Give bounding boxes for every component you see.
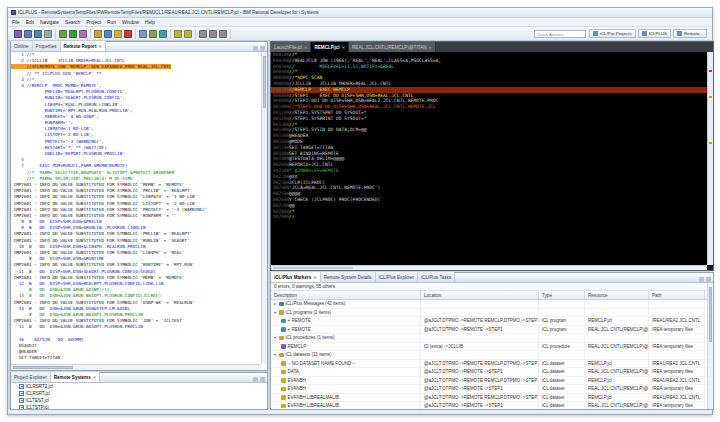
editor-tab-real-jcl-cntl-remclp-titan[interactable]: REAL.JCL.CNTL(REMCLP)@TITAN✕ bbox=[349, 42, 436, 52]
overview-ruler[interactable] bbox=[707, 52, 713, 265]
menu-file[interactable]: File bbox=[12, 20, 20, 25]
marker-row[interactable]: ▾iCL programs (2 items) bbox=[271, 309, 707, 318]
column-header-resource[interactable]: Resource bbox=[585, 291, 649, 299]
marker-description-text: iCL programs (2 items) bbox=[286, 310, 332, 315]
marker-resource: REMCLP.jcl bbox=[585, 317, 649, 325]
open-member-icon[interactable] bbox=[139, 30, 147, 38]
menu-edit[interactable]: Edit bbox=[26, 20, 34, 25]
marker-row[interactable]: EVANBH@aJCLT.DTPMO ->REMOTE REMCLP.DTPMO… bbox=[271, 377, 707, 386]
view-menu-icon[interactable] bbox=[706, 277, 711, 282]
marker-row[interactable]: ▾iCL procedures (1 items) bbox=[271, 334, 707, 343]
save-all-icon[interactable] bbox=[34, 30, 42, 38]
markers-tab-icl-plus-markers[interactable]: iCL/Plus Markers✕ bbox=[271, 272, 321, 282]
tree-item-iclrsrt-jcl[interactable]: ICLRSRT.jcl bbox=[11, 390, 267, 397]
back-icon[interactable] bbox=[174, 30, 182, 38]
close-icon[interactable]: ✕ bbox=[304, 45, 307, 50]
report-tab-outline[interactable]: Outline bbox=[11, 41, 33, 51]
editor-content[interactable]: 000100//*000200//REALJCL8 JOB (1966),'RE… bbox=[271, 52, 707, 265]
column-header-description[interactable]: Description bbox=[271, 291, 421, 299]
editor-hscrollbar[interactable] bbox=[271, 265, 707, 270]
prev-annotation-icon[interactable] bbox=[209, 30, 217, 38]
marker-location: @aJCLT.DTPMO ->REMOTE ->STEP1 bbox=[421, 326, 539, 334]
view-menu-icon[interactable] bbox=[699, 277, 704, 282]
overview-mark[interactable] bbox=[709, 96, 712, 98]
marker-row[interactable]: EVANBH@aJCLT.DTPMO ->REMOTE ->STEP1iCL d… bbox=[271, 385, 707, 394]
run-icon[interactable] bbox=[69, 30, 77, 38]
menu-project[interactable]: Project bbox=[86, 20, 101, 25]
marker-path: /REA temporary files bbox=[649, 402, 705, 409]
refresh-icon[interactable] bbox=[114, 30, 122, 38]
close-icon[interactable]: ✕ bbox=[429, 45, 432, 50]
menu-help[interactable]: Help bbox=[145, 20, 155, 25]
print-icon[interactable] bbox=[44, 30, 52, 38]
new-jcl-file-icon[interactable] bbox=[94, 30, 102, 38]
menu-window[interactable]: Window bbox=[122, 20, 139, 25]
remote-report-content[interactable]: 1 //* 2 //ICLLIB JCLLIB ORDER=REAL.JCL.C… bbox=[11, 52, 261, 364]
editor-tab-launchfile-jcl[interactable]: LaunchFile.jcl✕ bbox=[271, 42, 311, 52]
perspective-icon bbox=[677, 31, 682, 36]
view-menu-icon[interactable] bbox=[253, 377, 258, 382]
marker-row[interactable]: EVANBH.LIBREALMALIB@aJCLT.DTPMO ->REMOTE… bbox=[271, 402, 707, 409]
tree-item-icltstp-jcl[interactable]: ICLTSTP.jcl bbox=[11, 404, 267, 409]
tree-item-iclrsrt2-jcl[interactable]: ICLRSRT2.jcl bbox=[11, 383, 267, 390]
perspective-icl-pro-projects[interactable]: iCL/Pro Projects bbox=[589, 29, 636, 38]
marker-row[interactable]: ▾iCL datasets (31 items) bbox=[271, 351, 707, 360]
grp-icon bbox=[279, 336, 284, 341]
remote-report-hscrollbar[interactable] bbox=[11, 364, 261, 370]
perspective-iclplus[interactable]: ICLPLUS bbox=[638, 29, 671, 38]
editor-tab-remclp-jcl[interactable]: REMCLP.jcl✕ bbox=[311, 42, 349, 52]
quick-access-input[interactable]: Quick Access bbox=[534, 30, 586, 38]
marker-type: iCL dataset bbox=[539, 394, 585, 402]
remote-report-vscrollbar[interactable] bbox=[261, 52, 267, 364]
new-wizard-icon[interactable] bbox=[14, 30, 22, 38]
menu-navigate[interactable]: Navigate bbox=[40, 20, 59, 25]
explorer-tab-remote-systems[interactable]: Remote Systems✕ bbox=[51, 372, 100, 382]
report-tab-properties[interactable]: Properties bbox=[33, 41, 61, 51]
close-icon[interactable]: ✕ bbox=[98, 44, 101, 49]
column-header-path[interactable]: Path bbox=[649, 291, 705, 299]
marker-row[interactable]: ▸iCL/Plus Messages (42 items) bbox=[271, 300, 707, 309]
close-icon[interactable]: ✕ bbox=[313, 275, 316, 280]
next-annotation-icon[interactable] bbox=[199, 30, 207, 38]
forward-icon[interactable] bbox=[184, 30, 192, 38]
column-header-location[interactable]: Location bbox=[421, 291, 539, 299]
report-tab-remote-report[interactable]: Remote Report✕ bbox=[61, 41, 106, 51]
report-tab-label: Outline bbox=[14, 44, 29, 49]
overview-mark[interactable] bbox=[709, 70, 712, 72]
profile-icon[interactable] bbox=[79, 30, 87, 38]
view-menu-icon[interactable] bbox=[253, 46, 258, 51]
marker-location: @aJCLT.DTPMO ->REMOTE ->STEP1 bbox=[421, 385, 539, 393]
title-bar[interactable]: ICLPLUS - RemoteSystemsTempFiles/PWRemot… bbox=[8, 8, 712, 18]
overview-mark[interactable] bbox=[709, 142, 712, 144]
save-icon[interactable] bbox=[24, 30, 32, 38]
column-header-type[interactable]: Type bbox=[539, 291, 585, 299]
markers-tab-label: iCL/Plus Tasks bbox=[421, 275, 451, 280]
stop-icon[interactable] bbox=[124, 30, 132, 38]
markers-tab-remote-system-details[interactable]: Remote System Details bbox=[321, 272, 376, 282]
explorer-tab-project-explorer[interactable]: Project Explorer bbox=[11, 372, 51, 382]
perspective-remote[interactable]: Remote... bbox=[673, 29, 707, 38]
menu-run[interactable]: Run bbox=[107, 20, 116, 25]
tree-item-icltest-jcl[interactable]: ICLTEST.jcl bbox=[11, 397, 267, 404]
debug-icon[interactable] bbox=[59, 30, 67, 38]
compile-icon[interactable] bbox=[149, 30, 157, 38]
marker-row[interactable]: + REMOTE@aJCLT.DTPMO ->REMOTE ->STEP1iCL… bbox=[271, 326, 707, 335]
last-edit-location-icon[interactable] bbox=[219, 30, 227, 38]
syntax-check-icon[interactable] bbox=[104, 30, 112, 38]
marker-row[interactable]: REMCLPID (extra) ->JCLLIBiCL procedureRE… bbox=[271, 343, 707, 352]
marker-row[interactable]: + REMOTE@aJCLT.DTPMO ->REMOTE REMCLP.DTP… bbox=[271, 317, 707, 326]
marker-row[interactable]: -- NO DATASET NAME FOUND --@aJCLT.DTPMO … bbox=[271, 360, 707, 369]
report-line-text: IMP2601 - INFO DD VALUE SUBSTITUTED FOR … bbox=[11, 194, 197, 199]
marker-row[interactable]: EVANBH.LIBREALMALIB@aJCLT.DTPMO ->REMOTE… bbox=[271, 394, 707, 403]
menu-search[interactable]: Search bbox=[65, 20, 80, 25]
view-menu-icon[interactable] bbox=[260, 46, 265, 51]
markers-tab-icl-plus-tasks[interactable]: iCL/Plus Tasks bbox=[418, 272, 455, 282]
close-icon[interactable]: ✕ bbox=[342, 45, 345, 50]
markers-tab-icl-plus-explorer[interactable]: iCL/Plus Explorer bbox=[376, 272, 419, 282]
explorer-tab-label: Project Explorer bbox=[14, 375, 47, 380]
submit-job-icon[interactable] bbox=[159, 30, 167, 38]
markers-vscrollbar[interactable] bbox=[707, 283, 713, 409]
view-menu-icon[interactable] bbox=[260, 377, 265, 382]
close-icon[interactable]: ✕ bbox=[93, 375, 96, 380]
marker-row[interactable]: DATA@aJCLT.DTPMO ->REMOTE ->STEP1iCL dat… bbox=[271, 368, 707, 377]
